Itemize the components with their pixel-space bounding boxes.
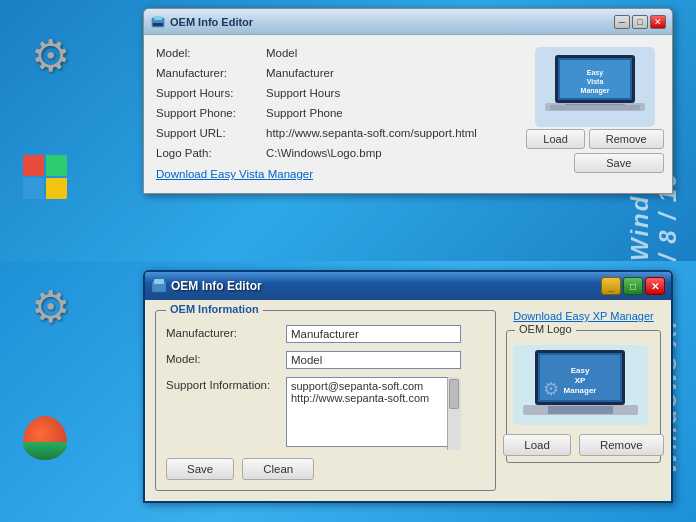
- vista-minimize-button[interactable]: ─: [614, 15, 630, 29]
- vista-logo-area: Easy Vista Manager Load Remove Save: [530, 47, 660, 181]
- support-phone-value: Support Phone: [266, 107, 343, 119]
- xp-titlebar: OEM Info Editor _ □ ✕: [145, 272, 671, 300]
- support-url-label: Support URL:: [156, 127, 266, 139]
- xp-model-input[interactable]: [286, 351, 461, 369]
- manufacturer-label: Manufacturer:: [156, 67, 266, 79]
- desktop-icon-windows-logo: [15, 155, 75, 199]
- vista-content: Model: Model Manufacturer: Manufacturer …: [144, 35, 672, 193]
- xp-oem-logo-legend: OEM Logo: [515, 323, 576, 335]
- svg-text:⚙: ⚙: [543, 379, 559, 399]
- svg-text:Manager: Manager: [564, 386, 597, 395]
- xp-window-title: OEM Info Editor: [171, 279, 599, 293]
- model-label: Model:: [156, 47, 266, 59]
- form-row-support-phone: Support Phone: Support Phone: [156, 107, 520, 119]
- support-hours-value: Support Hours: [266, 87, 340, 99]
- xp-remove-button[interactable]: Remove: [579, 434, 664, 456]
- manufacturer-value: Manufacturer: [266, 67, 334, 79]
- xp-support-textarea[interactable]: support@sepanta-soft.com http://www.sepa…: [286, 377, 461, 447]
- scrollbar-thumb: [449, 379, 459, 409]
- xp-titlebar-buttons: _ □ ✕: [599, 277, 665, 295]
- support-scrollbar[interactable]: [447, 377, 461, 450]
- svg-text:Easy: Easy: [571, 366, 590, 375]
- vista-laptop-image: Easy Vista Manager: [535, 47, 655, 127]
- xp-minimize-button[interactable]: _: [601, 277, 621, 295]
- xp-logo-icon: [23, 416, 67, 460]
- xp-clean-button[interactable]: Clean: [242, 458, 314, 480]
- svg-rect-12: [550, 105, 640, 110]
- vista-load-button[interactable]: Load: [526, 129, 584, 149]
- xp-laptop-image: Easy XP Manager ⚙: [513, 345, 648, 425]
- xp-load-button[interactable]: Load: [503, 434, 571, 456]
- xp-manufacturer-label: Manufacturer:: [166, 325, 286, 339]
- desktop-icon-gear-top: ⚙: [20, 30, 80, 81]
- xp-oem-info-legend: OEM Information: [166, 303, 263, 315]
- vista-maximize-button[interactable]: □: [632, 15, 648, 29]
- xp-oem-logo-box: OEM Logo Easy XP Manager: [506, 330, 661, 463]
- svg-rect-2: [153, 23, 163, 26]
- gear-icon-bottom: ⚙: [31, 281, 70, 332]
- form-row-support-url: Support URL: http://www.sepanta-soft.com…: [156, 127, 520, 139]
- model-value: Model: [266, 47, 297, 59]
- vista-save-button[interactable]: Save: [574, 153, 664, 173]
- desktop-icon-gear-bottom: ⚙: [20, 281, 80, 332]
- vista-download-link[interactable]: Download Easy Vista Manager: [156, 168, 313, 180]
- xp-model-label: Model:: [166, 351, 286, 365]
- xp-oem-info-section: OEM Information Manufacturer: Model: Sup…: [155, 310, 496, 491]
- gear-icon-top: ⚙: [31, 30, 70, 81]
- svg-text:Vista: Vista: [587, 78, 604, 85]
- windows-logo-icon: [23, 155, 67, 199]
- xp-form-row-manufacturer: Manufacturer:: [166, 325, 485, 343]
- xp-save-clean-buttons: Save Clean: [166, 458, 485, 480]
- xp-maximize-button[interactable]: □: [623, 277, 643, 295]
- svg-text:Easy: Easy: [587, 69, 603, 77]
- xp-form-row-model: Model:: [166, 351, 485, 369]
- form-row-manufacturer: Manufacturer: Manufacturer: [156, 67, 520, 79]
- vista-window: OEM Info Editor ─ □ ✕ Model: Model Manuf…: [143, 8, 673, 194]
- vista-window-icon: [150, 14, 166, 30]
- vista-form-area: Model: Model Manufacturer: Manufacturer …: [156, 47, 520, 181]
- vista-titlebar-buttons: ─ □ ✕: [614, 15, 666, 29]
- xp-form-row-support: Support Information: support@sepanta-sof…: [166, 377, 485, 450]
- xp-right-section: Download Easy XP Manager OEM Logo Easy X…: [506, 310, 661, 491]
- vista-titlebar: OEM Info Editor ─ □ ✕: [144, 9, 672, 35]
- form-row-support-hours: Support Hours: Support Hours: [156, 87, 520, 99]
- svg-rect-14: [154, 279, 164, 284]
- svg-text:XP: XP: [575, 376, 586, 385]
- logo-path-value: C:\Windows\Logo.bmp: [266, 147, 382, 159]
- support-hours-label: Support Hours:: [156, 87, 266, 99]
- vista-window-title: OEM Info Editor: [170, 16, 614, 28]
- svg-rect-23: [548, 406, 613, 414]
- desktop-icon-xp-logo: [15, 416, 75, 460]
- vista-close-button[interactable]: ✕: [650, 15, 666, 29]
- form-row-logo-path: Logo Path: C:\Windows\Logo.bmp: [156, 147, 520, 159]
- xp-download-link[interactable]: Download Easy XP Manager: [506, 310, 661, 322]
- support-url-value: http://www.sepanta-soft.com/support.html: [266, 127, 477, 139]
- xp-manufacturer-input[interactable]: [286, 325, 461, 343]
- xp-close-button[interactable]: ✕: [645, 277, 665, 295]
- vista-action-buttons: Load Remove Save: [526, 129, 663, 173]
- xp-window-icon: [151, 278, 167, 294]
- xp-save-button[interactable]: Save: [166, 458, 234, 480]
- logo-path-label: Logo Path:: [156, 147, 266, 159]
- xp-content: OEM Information Manufacturer: Model: Sup…: [145, 300, 671, 501]
- support-phone-label: Support Phone:: [156, 107, 266, 119]
- vista-remove-button[interactable]: Remove: [589, 129, 664, 149]
- xp-support-label: Support Information:: [166, 377, 286, 391]
- xp-window: OEM Info Editor _ □ ✕ OEM Information Ma…: [143, 270, 673, 503]
- desktop: ⚙ Windows Vista / 7 / 8 / 10 ⚙ Windows X…: [0, 0, 696, 522]
- svg-rect-1: [154, 16, 162, 20]
- form-row-model: Model: Model: [156, 47, 520, 59]
- xp-load-remove-buttons: Load Remove: [513, 434, 654, 456]
- svg-text:Manager: Manager: [581, 87, 610, 95]
